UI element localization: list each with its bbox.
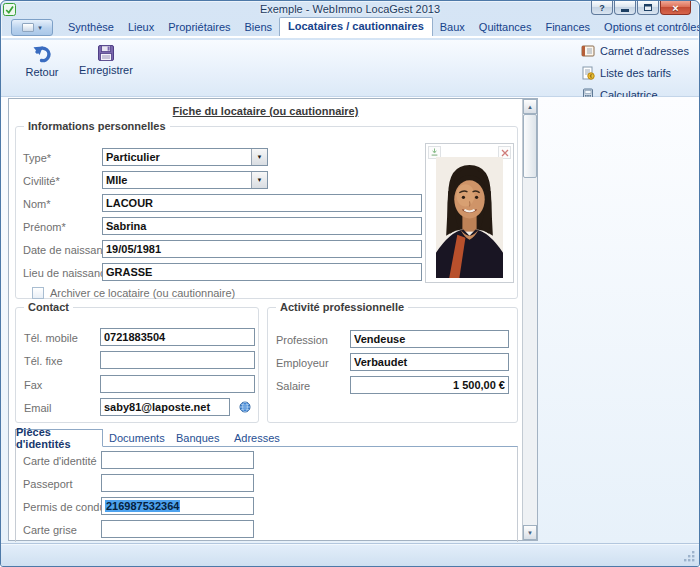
scrollbar-thumb[interactable] bbox=[523, 114, 537, 178]
chevron-down-icon[interactable]: ▼ bbox=[251, 149, 267, 165]
application-menu-icon bbox=[22, 23, 34, 32]
restore-button[interactable] bbox=[637, 1, 659, 15]
undo-arrow-icon bbox=[32, 44, 52, 64]
ribbon-tabs: Synthèse Lieux Propriétaires Biens Locat… bbox=[61, 17, 700, 36]
address-book-icon bbox=[581, 44, 595, 58]
profession-input[interactable] bbox=[350, 330, 509, 348]
import-photo-icon bbox=[430, 148, 439, 157]
id-card-input[interactable] bbox=[101, 451, 254, 469]
address-book-link[interactable]: Carnet d'adresses bbox=[581, 44, 689, 58]
civility-value: Mlle bbox=[103, 172, 251, 188]
toolbar: Retour Enregistrer bbox=[1, 40, 699, 97]
profession-label: Profession bbox=[276, 334, 328, 346]
globe-icon[interactable] bbox=[239, 401, 251, 413]
close-button[interactable]: × bbox=[660, 1, 691, 15]
photo-frame bbox=[425, 143, 514, 283]
archive-checkbox[interactable] bbox=[32, 287, 44, 299]
application-menu-button[interactable]: ▾ bbox=[11, 19, 53, 36]
page-title: Fiche du locataire (ou cautionnaire) bbox=[9, 105, 522, 117]
contact-legend: Contact bbox=[24, 301, 73, 313]
tab-biens[interactable]: Biens bbox=[238, 18, 280, 36]
passport-input[interactable] bbox=[101, 474, 254, 492]
delete-photo-icon bbox=[501, 149, 509, 157]
tab-baux[interactable]: Baux bbox=[433, 18, 472, 36]
help-button[interactable]: ? bbox=[591, 1, 613, 15]
salary-label: Salaire bbox=[276, 380, 310, 392]
tab-options-controles[interactable]: Options et contrôles bbox=[597, 18, 700, 36]
birthdate-input[interactable] bbox=[102, 240, 422, 258]
content-area: Fiche du locataire (ou cautionnaire) Inf… bbox=[1, 97, 699, 543]
tab-pieces-identites[interactable]: Pièces d'identités bbox=[15, 429, 103, 447]
professional-group: Activité professionnelle Profession Empl… bbox=[267, 307, 518, 423]
resize-grip[interactable] bbox=[683, 550, 696, 563]
chevron-down-icon[interactable]: ▼ bbox=[251, 172, 267, 188]
tab-adresses[interactable]: Adresses bbox=[234, 432, 280, 444]
landline-input[interactable] bbox=[100, 351, 255, 369]
back-button[interactable]: Retour bbox=[15, 44, 69, 78]
fax-input[interactable] bbox=[100, 375, 255, 393]
firstname-input[interactable] bbox=[102, 217, 422, 235]
quick-tools: Carnet d'adresses € Liste des tarifs bbox=[581, 44, 689, 102]
price-list-icon: € bbox=[581, 66, 595, 80]
selected-text: 216987532364 bbox=[105, 500, 180, 512]
scroll-down-button[interactable]: ▼ bbox=[523, 525, 537, 540]
tab-proprietaires[interactable]: Propriétaires bbox=[161, 18, 237, 36]
employer-label: Employeur bbox=[276, 357, 329, 369]
birthplace-input[interactable] bbox=[102, 263, 422, 281]
tab-lieux[interactable]: Lieux bbox=[121, 18, 161, 36]
type-select[interactable]: Particulier ▼ bbox=[102, 148, 268, 166]
window-controls: ? × bbox=[591, 1, 691, 15]
status-bar bbox=[1, 543, 699, 566]
floppy-disk-icon bbox=[97, 44, 115, 62]
save-button-label: Enregistrer bbox=[79, 64, 133, 76]
application-window: Exemple - WebImmo LocaGest 2013 ? × ▾ Sy… bbox=[0, 0, 700, 567]
employer-input[interactable] bbox=[350, 353, 509, 371]
driving-license-input[interactable]: 216987532364 bbox=[101, 497, 254, 515]
svg-text:€: € bbox=[590, 74, 593, 79]
tab-documents[interactable]: Documents bbox=[109, 432, 165, 444]
type-label: Type* bbox=[23, 152, 51, 164]
back-button-label: Retour bbox=[25, 66, 58, 78]
civility-label: Civilité* bbox=[23, 175, 60, 187]
passport-label: Passeport bbox=[23, 478, 73, 490]
vehicle-registration-input[interactable] bbox=[101, 520, 254, 538]
firstname-label: Prénom* bbox=[23, 221, 66, 233]
mobile-label: Tél. mobile bbox=[24, 332, 78, 344]
civility-select[interactable]: Mlle ▼ bbox=[102, 171, 268, 189]
mobile-input[interactable] bbox=[100, 328, 255, 346]
landline-label: Tél. fixe bbox=[24, 355, 63, 367]
tab-quittances[interactable]: Quittances bbox=[472, 18, 539, 36]
scroll-up-button[interactable]: ▲ bbox=[523, 99, 537, 114]
email-input[interactable] bbox=[100, 398, 230, 416]
tab-finances[interactable]: Finances bbox=[538, 18, 597, 36]
lastname-input[interactable] bbox=[102, 194, 422, 212]
personal-info-legend: Informations personnelles bbox=[24, 120, 170, 132]
price-list-label: Liste des tarifs bbox=[600, 67, 671, 79]
ribbon-tab-bar: ▾ Synthèse Lieux Propriétaires Biens Loc… bbox=[1, 19, 699, 38]
email-label: Email bbox=[24, 402, 52, 414]
minimize-button[interactable] bbox=[614, 1, 636, 15]
restore-icon bbox=[644, 4, 652, 11]
tenant-photo bbox=[436, 157, 503, 278]
fax-label: Fax bbox=[24, 379, 42, 391]
tab-banques[interactable]: Banques bbox=[176, 432, 219, 444]
lastname-label: Nom* bbox=[23, 198, 51, 210]
tab-locataires-cautionnaires[interactable]: Locataires / cautionnaires bbox=[279, 17, 433, 36]
chevron-down-icon: ▾ bbox=[38, 24, 42, 31]
contact-group: Contact Tél. mobile Tél. fixe Fax Email bbox=[15, 307, 259, 423]
tenant-form-panel: Fiche du locataire (ou cautionnaire) Inf… bbox=[8, 98, 538, 541]
type-value: Particulier bbox=[103, 149, 251, 165]
salary-input[interactable] bbox=[350, 376, 509, 394]
tab-synthese[interactable]: Synthèse bbox=[61, 18, 121, 36]
address-book-label: Carnet d'adresses bbox=[600, 45, 689, 57]
professional-legend: Activité professionnelle bbox=[276, 301, 408, 313]
vertical-scrollbar[interactable]: ▲ ▼ bbox=[522, 99, 537, 540]
id-card-label: Carte d'identité bbox=[23, 455, 97, 467]
save-button[interactable]: Enregistrer bbox=[73, 44, 139, 76]
price-list-link[interactable]: € Liste des tarifs bbox=[581, 66, 689, 80]
archive-checkbox-label: Archiver ce locataire (ou cautionnaire) bbox=[50, 287, 235, 299]
vehicle-registration-label: Carte grise bbox=[23, 524, 77, 536]
minimize-icon bbox=[621, 9, 629, 12]
